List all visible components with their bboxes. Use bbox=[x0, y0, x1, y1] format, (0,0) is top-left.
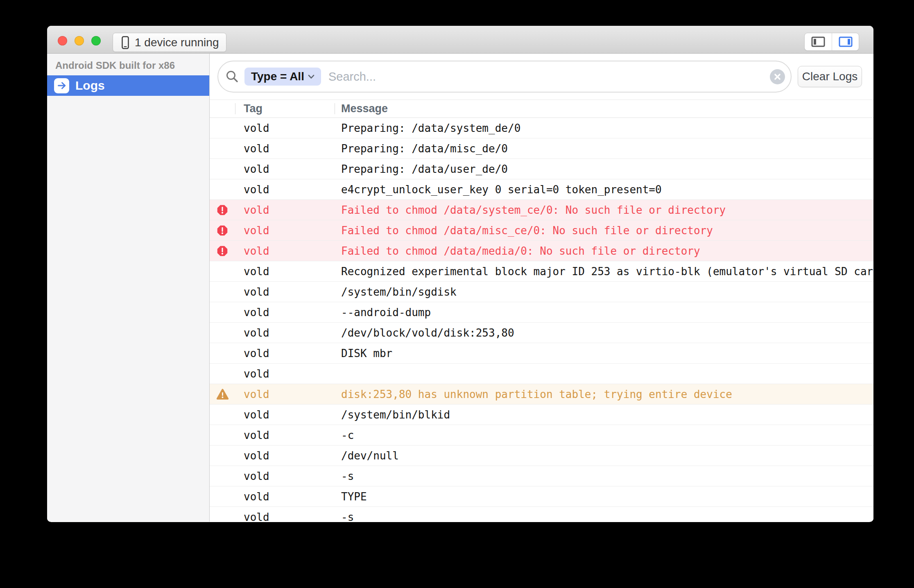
log-tag: vold bbox=[235, 470, 335, 482]
minimize-window-button[interactable] bbox=[75, 36, 84, 45]
log-tag: vold bbox=[235, 450, 335, 462]
sidebar: Android SDK built for x86 Logs bbox=[47, 54, 210, 522]
log-tag: vold bbox=[235, 204, 335, 216]
log-tag: vold bbox=[235, 286, 335, 298]
filter-token[interactable]: Type = All bbox=[244, 68, 321, 86]
log-message: Preparing: /data/system_de/0 bbox=[335, 122, 873, 134]
log-row[interactable]: vold/system/bin/blkid bbox=[210, 405, 873, 425]
log-row[interactable]: voldFailed to chmod /data/misc_ce/0: No … bbox=[210, 220, 873, 241]
log-tag: vold bbox=[235, 511, 335, 522]
main-split: Android SDK built for x86 Logs bbox=[47, 54, 873, 522]
column-header-tag[interactable]: Tag bbox=[235, 100, 335, 118]
log-row[interactable]: voldTYPE bbox=[210, 486, 873, 507]
sidebar-item-logs[interactable]: Logs bbox=[47, 75, 209, 96]
search-input[interactable] bbox=[328, 70, 770, 84]
zoom-window-button[interactable] bbox=[91, 36, 101, 45]
error-icon bbox=[217, 204, 228, 216]
logs-arrow-icon bbox=[54, 78, 69, 93]
log-message: e4crypt_unlock_user_key 0 serial=0 token… bbox=[335, 183, 873, 196]
log-row[interactable]: vold--android-dump bbox=[210, 302, 873, 323]
log-tag: vold bbox=[235, 245, 335, 257]
log-row[interactable]: vold-s bbox=[210, 466, 873, 486]
log-row[interactable]: vold/system/bin/sgdisk bbox=[210, 282, 873, 302]
panel-toggle-group bbox=[804, 33, 859, 51]
log-row[interactable]: voldFailed to chmod /data/system_ce/0: N… bbox=[210, 200, 873, 220]
log-message: -s bbox=[335, 470, 873, 482]
log-tag: vold bbox=[235, 429, 335, 441]
log-severity-cell bbox=[210, 389, 235, 400]
phone-icon bbox=[120, 36, 130, 50]
warning-icon bbox=[216, 389, 229, 400]
left-panel-icon bbox=[811, 36, 825, 47]
log-tag: vold bbox=[235, 122, 335, 134]
log-row[interactable]: vold-c bbox=[210, 425, 873, 446]
log-tag: vold bbox=[235, 327, 335, 339]
log-severity-cell bbox=[210, 245, 235, 257]
log-tag: vold bbox=[235, 491, 335, 503]
log-message: Preparing: /data/user_de/0 bbox=[335, 163, 873, 175]
clear-search-button[interactable] bbox=[770, 69, 785, 84]
device-running-label: 1 device running bbox=[135, 36, 219, 49]
search-field[interactable]: Type = All bbox=[217, 61, 792, 93]
error-icon bbox=[217, 225, 228, 236]
device-running-button[interactable]: 1 device running bbox=[113, 33, 226, 52]
log-row[interactable]: volddisk:253,80 has unknown partition ta… bbox=[210, 384, 873, 405]
titlebar[interactable]: 1 device running bbox=[47, 26, 873, 54]
column-header-message[interactable]: Message bbox=[335, 100, 873, 118]
log-message: disk:253,80 has unknown partition table;… bbox=[335, 388, 873, 400]
log-message: -c bbox=[335, 429, 873, 441]
log-row[interactable]: voldDISK mbr bbox=[210, 343, 873, 364]
error-icon bbox=[217, 245, 228, 257]
close-window-button[interactable] bbox=[58, 36, 67, 45]
log-message: /system/bin/blkid bbox=[335, 409, 873, 421]
log-message: Recognized experimental block major ID 2… bbox=[335, 265, 873, 278]
log-tag: vold bbox=[235, 306, 335, 319]
log-message: TYPE bbox=[335, 491, 873, 503]
log-row[interactable]: voldFailed to chmod /data/media/0: No su… bbox=[210, 241, 873, 261]
log-row[interactable]: vold/dev/block/vold/disk:253,80 bbox=[210, 323, 873, 343]
log-severity-cell bbox=[210, 204, 235, 216]
log-message: Failed to chmod /data/media/0: No such f… bbox=[335, 245, 873, 257]
log-rows: voldPreparing: /data/system_de/0voldPrep… bbox=[210, 118, 873, 522]
log-message: /system/bin/sgdisk bbox=[335, 286, 873, 298]
log-row[interactable]: voldPreparing: /data/system_de/0 bbox=[210, 118, 873, 138]
log-message: /dev/null bbox=[335, 450, 873, 462]
chevron-down-icon bbox=[308, 75, 314, 79]
log-tag: vold bbox=[235, 183, 335, 196]
log-row[interactable]: voldPreparing: /data/misc_de/0 bbox=[210, 138, 873, 159]
log-tag: vold bbox=[235, 163, 335, 175]
log-row[interactable]: vold-s bbox=[210, 507, 873, 522]
log-message: --android-dump bbox=[335, 306, 873, 319]
table-header: Tag Message bbox=[210, 100, 873, 118]
log-row[interactable]: voldPreparing: /data/user_de/0 bbox=[210, 159, 873, 179]
log-message: -s bbox=[335, 511, 873, 522]
log-message: Failed to chmod /data/misc_ce/0: No such… bbox=[335, 224, 873, 237]
log-tag: vold bbox=[235, 388, 335, 400]
log-message: Failed to chmod /data/system_ce/0: No su… bbox=[335, 204, 873, 216]
log-tag: vold bbox=[235, 142, 335, 155]
log-tag: vold bbox=[235, 265, 335, 278]
log-message: Preparing: /data/misc_de/0 bbox=[335, 142, 873, 155]
log-row[interactable]: vold/dev/null bbox=[210, 446, 873, 466]
log-message: /dev/block/vold/disk:253,80 bbox=[335, 327, 873, 339]
window-controls bbox=[58, 36, 101, 45]
toggle-right-panel-button[interactable] bbox=[832, 33, 859, 50]
log-tag: vold bbox=[235, 224, 335, 237]
sidebar-item-label: Logs bbox=[75, 79, 105, 93]
log-row[interactable]: voldRecognized experimental block major … bbox=[210, 261, 873, 282]
column-header-severity bbox=[210, 100, 235, 118]
app-window: 1 device running Android SDK built for x… bbox=[47, 26, 873, 522]
log-row[interactable]: vold bbox=[210, 364, 873, 384]
toolbar: Type = All Clear Logs bbox=[210, 54, 873, 100]
clear-logs-button[interactable]: Clear Logs bbox=[798, 66, 862, 87]
desktop: { "window": { "titlebar": { "device_butt… bbox=[0, 0, 914, 588]
filter-token-label: Type = All bbox=[251, 70, 304, 83]
search-icon bbox=[225, 69, 240, 84]
right-panel-icon bbox=[839, 36, 853, 47]
toggle-left-panel-button[interactable] bbox=[805, 33, 832, 50]
log-panel: Type = All Clear Logs bbox=[210, 54, 873, 522]
log-row[interactable]: volde4crypt_unlock_user_key 0 serial=0 t… bbox=[210, 179, 873, 200]
log-severity-cell bbox=[210, 225, 235, 236]
log-message: DISK mbr bbox=[335, 347, 873, 360]
log-tag: vold bbox=[235, 409, 335, 421]
